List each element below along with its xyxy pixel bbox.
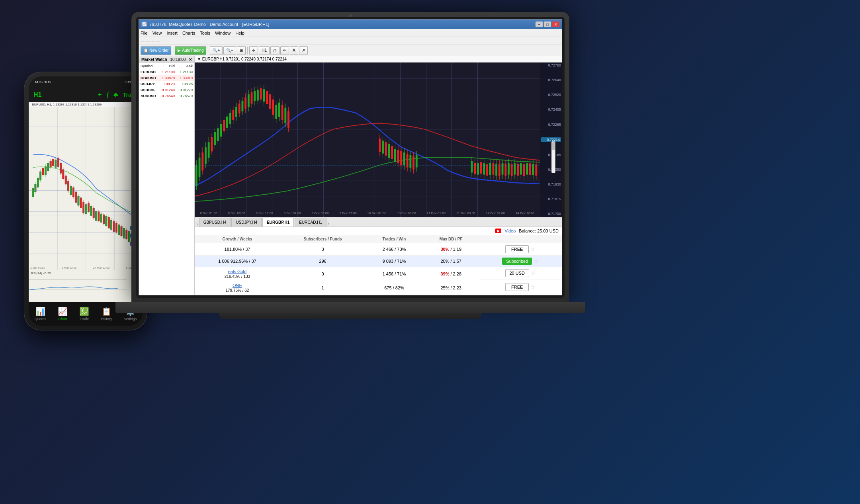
candlestick-chart: [195, 63, 540, 217]
tab-gbpusd[interactable]: GBPUSD,H4: [199, 218, 231, 227]
history-icon: 📋: [102, 307, 111, 316]
tab-next-arrow[interactable]: ›: [327, 220, 329, 227]
tab-eurcad[interactable]: EURCAD,H1: [295, 218, 326, 227]
menu-help[interactable]: Help: [235, 31, 244, 35]
phone-timeframe: H1: [33, 91, 98, 98]
signals-header: ▶ Video Balance: 25.00 USD: [195, 227, 562, 235]
signal-4-action: FREE ☆: [479, 281, 562, 293]
zoom-in-button[interactable]: 🔍+: [210, 46, 223, 55]
menu-file[interactable]: File: [141, 31, 148, 35]
signal-4-maxdd: 25% / 2.23: [423, 281, 479, 295]
mt-titlebar: 📈 7630776: MetaQuotes-Demo - Demo Accoun…: [139, 20, 562, 29]
menu-insert[interactable]: Insert: [166, 31, 178, 35]
zoom-out-button[interactable]: 🔍−: [223, 46, 236, 55]
laptop-camera: [349, 14, 352, 17]
mw-row-usdchf[interactable]: USDCHF 0.91240 0.91270: [139, 87, 194, 93]
paid-button[interactable]: 20 USD: [505, 269, 530, 277]
auto-trading-icon: ▶: [178, 48, 181, 53]
phone-chart: 1.14050 1.13925 1.13800 1.13675 1.13550 …: [29, 107, 143, 270]
phone-nav-chart[interactable]: 📈 Chart: [58, 307, 68, 321]
subscribe-free-button-1[interactable]: FREE: [505, 245, 529, 253]
trade-nav-icon: 💹: [79, 307, 89, 316]
tab-eurgbp[interactable]: EURGBP,H1: [262, 218, 294, 227]
mt-sub-menubar: — — — —: [139, 37, 562, 45]
toolbar-separator-1: [173, 47, 173, 55]
new-order-button[interactable]: 📋 New Order: [141, 46, 171, 55]
menu-view[interactable]: View: [152, 31, 162, 35]
draw-button[interactable]: ✏: [280, 46, 289, 55]
video-link[interactable]: Video: [504, 229, 516, 233]
signal-1-subscribers: 3: [280, 243, 366, 256]
market-watch-header: Market Watch 10:19:00 ✕: [139, 56, 194, 63]
tab-usdjpy[interactable]: USDJPY,H4: [231, 218, 262, 227]
mt-toolbar: 📋 New Order ▶ AutoTrading 🔍+ 🔍− ⊞ ✛ H1: [139, 45, 562, 56]
phone-nav-trade-label: Trade: [80, 317, 89, 321]
phone-nav-history[interactable]: 📋 History: [101, 307, 112, 321]
add-icon[interactable]: +: [98, 91, 102, 99]
phone-chart-info: EURUSD, H1, 1.13288 1.13318 1.13241 1.13…: [29, 102, 143, 107]
signal-1-action: FREE ☆: [479, 243, 562, 256]
menu-tools[interactable]: Tools: [200, 31, 210, 35]
signal-2-growth: 1 006 912.96% / 37: [195, 256, 280, 267]
star-button-1[interactable]: ☆: [530, 246, 536, 252]
chart-symbol-header: ▼ EURGBP,H1 0.72201 0.72249 0.72174 0.72…: [197, 57, 287, 61]
star-button-3[interactable]: ☆: [531, 270, 536, 276]
inner-menu-label: — — — —: [141, 39, 160, 43]
chart-type-button[interactable]: ⊞: [237, 46, 246, 55]
laptop-body: 📈 7630776: MetaQuotes-Demo - Demo Accoun…: [131, 12, 569, 303]
phone-nav-quotes-label: Quotes: [35, 317, 46, 321]
signal-4-link[interactable]: ONE: [233, 283, 242, 288]
maximize-button[interactable]: □: [544, 21, 551, 27]
col-trades: Trades / Win: [366, 235, 423, 243]
signal-3-link[interactable]: eals Gold: [228, 269, 246, 274]
mt-window-buttons: − □ ✕: [536, 21, 559, 27]
signal-row-2: 1 006 912.96% / 37 296 9 093 / 71% 20% /…: [195, 256, 562, 267]
period-button[interactable]: H1: [259, 46, 270, 55]
mw-row-usdjpy[interactable]: USDJPY 108.23 108.26: [139, 81, 194, 87]
mt-app-icon: 📈: [141, 21, 147, 27]
phone-nav-trade[interactable]: 💹 Trade: [79, 307, 89, 321]
phone-nav-history-label: History: [101, 317, 112, 321]
signals-panel: ▶ Video Balance: 25.00 USD: [195, 227, 562, 295]
phone-nav-quotes[interactable]: 📊 Quotes: [35, 307, 46, 321]
menu-charts[interactable]: Charts: [182, 31, 195, 35]
new-order-icon: 📋: [143, 48, 148, 53]
indicators-icon[interactable]: ♣: [113, 91, 118, 99]
col-symbol: Symbol: [141, 64, 157, 68]
function-icon[interactable]: f: [107, 91, 109, 99]
mw-row-gbpusd[interactable]: GBPUSD 1.33870 1.33910: [139, 75, 194, 81]
tab-prev-arrow[interactable]: ‹: [196, 220, 198, 227]
minimize-button[interactable]: −: [536, 21, 543, 27]
col-bid: Bid: [157, 64, 175, 68]
subscribe-free-button-4[interactable]: FREE: [505, 283, 529, 291]
subscribed-button[interactable]: Subscribed: [502, 258, 532, 265]
signal-2-subscribers: 296: [280, 256, 366, 267]
mw-row-audusd[interactable]: AUDUSD 0.76540 0.76570: [139, 93, 194, 99]
mt-content: Market Watch 10:19:00 ✕ Symbol Bid Ask E…: [139, 56, 562, 295]
auto-trading-button[interactable]: ▶ AutoTrading: [175, 46, 206, 55]
chart-canvas[interactable]: 0.72760 0.72640 0.72520 0.72405 0.72285 …: [195, 63, 562, 217]
mw-row-eurusd[interactable]: EURUSD 1.21100 1.21139: [139, 69, 194, 75]
market-watch-close[interactable]: ✕: [189, 57, 192, 62]
signal-row-4: ONE 179.75% / 62 1 675 / 82% 25% / 2.23 …: [195, 281, 562, 295]
chart-tabs: ‹ GBPUSD,H4 USDJPY,H4 EURGBP,H1 EURCAD,H…: [195, 217, 562, 227]
phone-topbar: H1 + f ♣ Trade: [29, 88, 143, 102]
signal-2-trades: 9 093 / 71%: [366, 256, 423, 267]
mt-title: 7630776: MetaQuotes-Demo - Demo Account …: [149, 22, 536, 27]
signal-1-trades: 2 466 / 73%: [366, 243, 423, 256]
signal-3-subscribers: 0: [280, 267, 366, 281]
star-button-4[interactable]: ☆: [530, 284, 536, 290]
phone: MTS RUS 10:19 51% ▌ H1 + f ♣ Trade EURUS…: [24, 72, 147, 330]
signal-4-name-growth: ONE 179.75% / 62: [195, 281, 280, 295]
phone-body: MTS RUS 10:19 51% ▌ H1 + f ♣ Trade EURUS…: [24, 72, 147, 330]
menu-window[interactable]: Window: [215, 31, 231, 35]
signal-1-maxdd: 30% / 1.19: [423, 243, 479, 256]
text-button[interactable]: A: [290, 46, 298, 55]
phone-screen: MTS RUS 10:19 51% ▌ H1 + f ♣ Trade EURUS…: [29, 76, 143, 326]
mt-menubar: File View Insert Charts Tools Window Hel…: [139, 29, 562, 37]
arrow-button[interactable]: ↗: [299, 46, 308, 55]
star-button-2[interactable]: ☆: [534, 258, 539, 264]
objects-button[interactable]: ◷: [270, 46, 280, 55]
crosshair-button[interactable]: ✛: [249, 46, 258, 55]
signal-3-maxdd: 39% / 2.28: [423, 267, 479, 281]
